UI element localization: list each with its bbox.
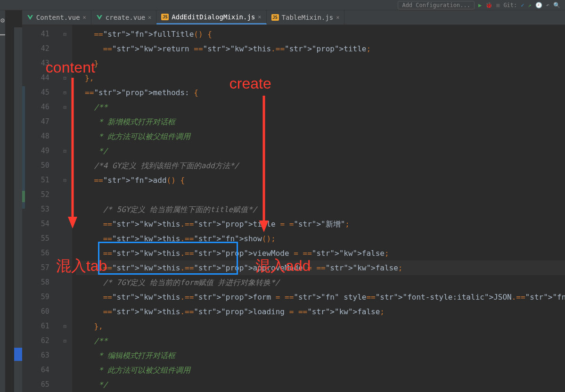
tab-label: Content.vue [36, 14, 80, 21]
js-icon: JS [161, 14, 169, 20]
fold-gutter[interactable]: ⊟⊟⊟⊟⊟⊟⊟⊟ [58, 25, 72, 392]
gear-icon[interactable]: ⚙ [0, 16, 5, 24]
run-icon[interactable]: ▶ [478, 2, 482, 8]
git-revert-icon[interactable]: ↶ [546, 2, 549, 8]
tab-addeditdialogmixin-js[interactable]: JS AddEditDialogMixin.js × [156, 10, 266, 24]
left-tool-gutter: ⚙ — [0, 10, 5, 392]
js-icon: JS [271, 14, 279, 21]
tab-create-vue[interactable]: create.vue × [91, 10, 157, 24]
stop-icon: ■ [496, 2, 499, 8]
vcs-change-marker [22, 25, 25, 392]
run-config-dropdown[interactable]: Add Configuration... [398, 1, 475, 9]
vue-icon [96, 14, 103, 21]
git-label: Git: [503, 2, 517, 8]
tab-label: AddEditDialogMixin.js [172, 13, 255, 21]
tab-content-vue[interactable]: Content.vue × [22, 10, 91, 24]
close-icon[interactable]: × [83, 14, 86, 21]
debug-icon[interactable]: 🐞 [485, 2, 492, 8]
search-icon[interactable]: 🔍 [553, 2, 560, 8]
vue-icon [27, 14, 33, 21]
line-number-gutter[interactable]: 4142434445464748495051525354555657585960… [25, 25, 58, 392]
close-icon[interactable]: × [148, 14, 151, 21]
code-editor[interactable]: 4142434445464748495051525354555657585960… [22, 25, 565, 392]
code-content[interactable]: =="str">"fn">fullTitle() { =="str">"kw">… [72, 25, 565, 392]
close-icon[interactable]: × [336, 14, 339, 21]
top-toolbar: Add Configuration... ▶ 🐞 ■ Git: ✓ ↗ 🕘 ↶ … [0, 0, 565, 10]
git-update-icon[interactable]: ✓ [521, 2, 524, 8]
tab-label: create.vue [106, 14, 145, 21]
tab-label: TableMixin.js [282, 14, 334, 21]
tab-tablemixin-js[interactable]: JS TableMixin.js × [267, 10, 345, 24]
hide-panel-icon[interactable]: — [0, 29, 5, 39]
close-icon[interactable]: × [258, 14, 261, 20]
git-history-icon[interactable]: 🕘 [535, 2, 542, 8]
git-push-icon[interactable]: ↗ [528, 2, 532, 8]
editor-tabs: Content.vue × create.vue × JS AddEditDia… [22, 10, 565, 25]
